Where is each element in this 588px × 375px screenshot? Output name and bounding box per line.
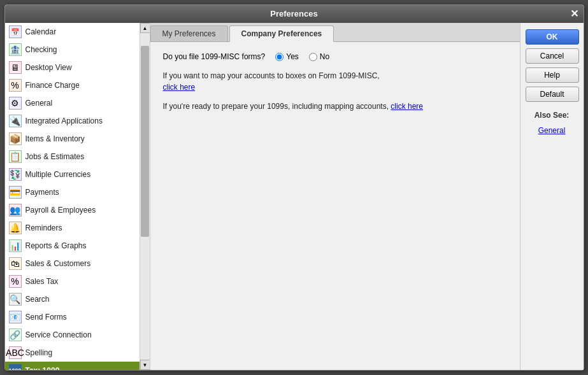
search-icon: 🔍 xyxy=(9,293,22,306)
sidebar-item-sendforms[interactable]: 📧Send Forms xyxy=(5,308,140,326)
multicur-icon: 💱 xyxy=(9,168,22,181)
tab-my-preferences[interactable]: My Preferences xyxy=(150,25,228,41)
finance-icon: % xyxy=(9,79,22,92)
sidebar-label-calendar: Calendar xyxy=(25,27,57,36)
help-button[interactable]: Help xyxy=(526,67,579,83)
sidebar-label-general: General xyxy=(25,99,53,108)
ok-button[interactable]: OK xyxy=(526,29,579,45)
button-panel: OK Cancel Help Default Also See: General xyxy=(520,23,584,370)
sidebar-label-tax1099: Tax: 1099 xyxy=(25,366,60,370)
jobs-icon: 📋 xyxy=(9,150,22,163)
also-see-label: Also See: xyxy=(526,111,578,120)
default-button[interactable]: Default xyxy=(526,87,579,102)
sidebar-scrollbar: ▲ ▼ xyxy=(140,23,150,370)
scrollbar-track xyxy=(140,33,150,360)
sidebar-item-payroll[interactable]: 👥Payroll & Employees xyxy=(5,201,140,219)
sidebar-label-reminders: Reminders xyxy=(25,223,62,232)
main-content: My Preferences Company Preferences Do yo… xyxy=(150,23,520,370)
sidebar-label-reports: Reports & Graphs xyxy=(25,241,87,250)
sidebar-item-jobs[interactable]: 📋Jobs & Estimates xyxy=(5,148,140,166)
info-section-2: If you're ready to prepare your 1099s, i… xyxy=(163,101,507,112)
info-section-1: If you want to map your accounts to boxe… xyxy=(163,70,507,93)
sidebar-label-finance: Finance Charge xyxy=(25,81,80,90)
tax1099-icon: 1099 xyxy=(9,364,22,370)
sidebar-list: 📅Calendar🏦Checking🖥Desktop View%Finance … xyxy=(5,23,150,370)
radio-group: Yes No xyxy=(275,52,329,61)
payroll-icon: 👥 xyxy=(9,204,22,216)
sidebar-item-integrated[interactable]: 🔌Integrated Applications xyxy=(5,112,140,130)
sidebar-label-sendforms: Send Forms xyxy=(25,313,67,322)
dialog-body: 📅Calendar🏦Checking🖥Desktop View%Finance … xyxy=(5,23,584,370)
radio-no-label[interactable]: No xyxy=(309,52,329,61)
payments-icon: 💳 xyxy=(9,186,22,199)
reminders-icon: 🔔 xyxy=(9,222,22,234)
sidebar-label-jobs: Jobs & Estimates xyxy=(25,152,85,161)
sidebar-label-service: Service Connection xyxy=(25,330,92,339)
sidebar-label-salestax: Sales Tax xyxy=(25,277,59,286)
scrollbar-thumb[interactable] xyxy=(141,46,149,237)
also-see-general[interactable]: General xyxy=(526,126,578,135)
spelling-icon: ABC xyxy=(9,346,22,359)
sidebar-label-multicur: Multiple Currencies xyxy=(25,170,91,179)
sidebar-item-multicur[interactable]: 💱Multiple Currencies xyxy=(5,166,140,183)
sidebar-label-search: Search xyxy=(25,295,50,304)
sidebar-item-service[interactable]: 🔗Service Connection xyxy=(5,326,140,344)
integrated-icon: 🔌 xyxy=(9,115,22,127)
question-row: Do you file 1099-MISC forms? Yes No xyxy=(163,52,507,61)
radio-yes-label[interactable]: Yes xyxy=(275,52,299,61)
tab-company-preferences[interactable]: Company Preferences xyxy=(229,25,334,42)
info2-text: If you're ready to prepare your 1099s, i… xyxy=(163,101,507,112)
sidebar-label-payments: Payments xyxy=(25,188,59,197)
sidebar-label-items: Items & Inventory xyxy=(25,134,85,143)
items-icon: 📦 xyxy=(9,132,22,145)
sidebar-item-search[interactable]: 🔍Search xyxy=(5,290,140,308)
sidebar-item-reminders[interactable]: 🔔Reminders xyxy=(5,219,140,237)
sidebar-item-general[interactable]: ⚙General xyxy=(5,94,140,112)
sidebar-label-spelling: Spelling xyxy=(25,348,53,357)
scroll-down-arrow[interactable]: ▼ xyxy=(140,360,150,370)
sidebar: 📅Calendar🏦Checking🖥Desktop View%Finance … xyxy=(5,23,150,370)
scroll-up-arrow[interactable]: ▲ xyxy=(140,23,150,33)
tabs-bar: My Preferences Company Preferences xyxy=(150,23,520,42)
sidebar-label-sales: Sales & Customers xyxy=(25,259,91,268)
info2-link[interactable]: click here xyxy=(391,102,423,111)
sidebar-item-checking[interactable]: 🏦Checking xyxy=(5,41,140,59)
info1-text: If you want to map your accounts to boxe… xyxy=(163,70,507,93)
sidebar-item-items[interactable]: 📦Items & Inventory xyxy=(5,130,140,148)
sales-icon: 🛍 xyxy=(9,257,22,270)
sidebar-item-reports[interactable]: 📊Reports & Graphs xyxy=(5,237,140,255)
sidebar-label-integrated: Integrated Applications xyxy=(25,117,103,125)
question-label: Do you file 1099-MISC forms? xyxy=(163,52,266,61)
info1-link[interactable]: click here xyxy=(163,83,196,92)
radio-yes[interactable] xyxy=(275,53,283,61)
title-bar: Preferences ✕ xyxy=(5,5,584,23)
sidebar-label-checking: Checking xyxy=(25,45,57,54)
sendforms-icon: 📧 xyxy=(9,311,22,323)
general-icon: ⚙ xyxy=(9,97,22,110)
radio-no[interactable] xyxy=(309,53,317,61)
desktop-icon: 🖥 xyxy=(9,61,22,74)
sidebar-item-salestax[interactable]: %Sales Tax xyxy=(5,272,140,290)
sidebar-label-payroll: Payroll & Employees xyxy=(25,206,96,215)
sidebar-label-desktop: Desktop View xyxy=(25,63,72,72)
sidebar-item-sales[interactable]: 🛍Sales & Customers xyxy=(5,255,140,272)
preferences-dialog: Preferences ✕ 📅Calendar🏦Checking🖥Desktop… xyxy=(4,4,584,371)
tab-content-area: Do you file 1099-MISC forms? Yes No xyxy=(150,42,520,370)
sidebar-item-payments[interactable]: 💳Payments xyxy=(5,183,140,201)
calendar-icon: 📅 xyxy=(9,25,22,38)
reports-icon: 📊 xyxy=(9,239,22,252)
cancel-button[interactable]: Cancel xyxy=(526,48,579,64)
sidebar-item-spelling[interactable]: ABCSpelling xyxy=(5,344,140,362)
service-icon: 🔗 xyxy=(9,329,22,341)
sidebar-item-calendar[interactable]: 📅Calendar xyxy=(5,23,140,41)
close-button[interactable]: ✕ xyxy=(570,9,578,19)
sidebar-item-finance[interactable]: %Finance Charge xyxy=(5,76,140,94)
dialog-title: Preferences xyxy=(270,9,317,18)
salestax-icon: % xyxy=(9,275,22,288)
sidebar-item-tax1099[interactable]: 1099Tax: 1099 xyxy=(5,362,140,370)
sidebar-item-desktop[interactable]: 🖥Desktop View xyxy=(5,59,140,76)
checking-icon: 🏦 xyxy=(9,43,22,56)
